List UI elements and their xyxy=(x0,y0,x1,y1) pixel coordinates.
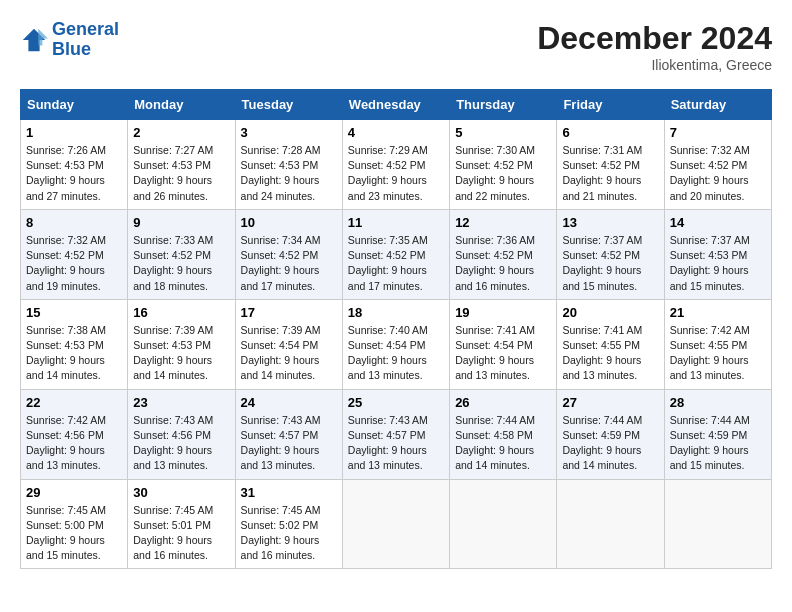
day-info: Sunrise: 7:44 AMSunset: 4:59 PMDaylight:… xyxy=(670,413,766,474)
day-cell: 21Sunrise: 7:42 AMSunset: 4:55 PMDayligh… xyxy=(664,299,771,389)
day-cell: 27Sunrise: 7:44 AMSunset: 4:59 PMDayligh… xyxy=(557,389,664,479)
day-number: 27 xyxy=(562,395,658,410)
day-cell: 13Sunrise: 7:37 AMSunset: 4:52 PMDayligh… xyxy=(557,209,664,299)
day-cell: 3Sunrise: 7:28 AMSunset: 4:53 PMDaylight… xyxy=(235,120,342,210)
day-cell: 30Sunrise: 7:45 AMSunset: 5:01 PMDayligh… xyxy=(128,479,235,569)
day-info: Sunrise: 7:42 AMSunset: 4:55 PMDaylight:… xyxy=(670,323,766,384)
day-info: Sunrise: 7:32 AMSunset: 4:52 PMDaylight:… xyxy=(26,233,122,294)
day-info: Sunrise: 7:45 AMSunset: 5:01 PMDaylight:… xyxy=(133,503,229,564)
day-number: 11 xyxy=(348,215,444,230)
day-number: 6 xyxy=(562,125,658,140)
day-info: Sunrise: 7:30 AMSunset: 4:52 PMDaylight:… xyxy=(455,143,551,204)
day-number: 12 xyxy=(455,215,551,230)
day-number: 24 xyxy=(241,395,337,410)
day-info: Sunrise: 7:43 AMSunset: 4:57 PMDaylight:… xyxy=(241,413,337,474)
day-number: 7 xyxy=(670,125,766,140)
day-cell: 29Sunrise: 7:45 AMSunset: 5:00 PMDayligh… xyxy=(21,479,128,569)
day-cell: 17Sunrise: 7:39 AMSunset: 4:54 PMDayligh… xyxy=(235,299,342,389)
day-cell: 5Sunrise: 7:30 AMSunset: 4:52 PMDaylight… xyxy=(450,120,557,210)
day-cell: 31Sunrise: 7:45 AMSunset: 5:02 PMDayligh… xyxy=(235,479,342,569)
day-info: Sunrise: 7:40 AMSunset: 4:54 PMDaylight:… xyxy=(348,323,444,384)
day-cell: 4Sunrise: 7:29 AMSunset: 4:52 PMDaylight… xyxy=(342,120,449,210)
day-info: Sunrise: 7:45 AMSunset: 5:00 PMDaylight:… xyxy=(26,503,122,564)
col-header-wednesday: Wednesday xyxy=(342,90,449,120)
day-cell xyxy=(557,479,664,569)
day-cell: 1Sunrise: 7:26 AMSunset: 4:53 PMDaylight… xyxy=(21,120,128,210)
day-number: 2 xyxy=(133,125,229,140)
day-number: 30 xyxy=(133,485,229,500)
day-number: 26 xyxy=(455,395,551,410)
day-number: 22 xyxy=(26,395,122,410)
day-cell: 15Sunrise: 7:38 AMSunset: 4:53 PMDayligh… xyxy=(21,299,128,389)
day-cell: 22Sunrise: 7:42 AMSunset: 4:56 PMDayligh… xyxy=(21,389,128,479)
day-info: Sunrise: 7:38 AMSunset: 4:53 PMDaylight:… xyxy=(26,323,122,384)
day-number: 10 xyxy=(241,215,337,230)
day-cell: 10Sunrise: 7:34 AMSunset: 4:52 PMDayligh… xyxy=(235,209,342,299)
day-number: 31 xyxy=(241,485,337,500)
day-info: Sunrise: 7:39 AMSunset: 4:53 PMDaylight:… xyxy=(133,323,229,384)
day-cell xyxy=(664,479,771,569)
day-number: 1 xyxy=(26,125,122,140)
day-info: Sunrise: 7:31 AMSunset: 4:52 PMDaylight:… xyxy=(562,143,658,204)
day-cell: 14Sunrise: 7:37 AMSunset: 4:53 PMDayligh… xyxy=(664,209,771,299)
day-cell: 26Sunrise: 7:44 AMSunset: 4:58 PMDayligh… xyxy=(450,389,557,479)
day-number: 25 xyxy=(348,395,444,410)
day-cell: 16Sunrise: 7:39 AMSunset: 4:53 PMDayligh… xyxy=(128,299,235,389)
day-info: Sunrise: 7:36 AMSunset: 4:52 PMDaylight:… xyxy=(455,233,551,294)
day-number: 16 xyxy=(133,305,229,320)
month-title: December 2024 xyxy=(537,20,772,57)
day-number: 20 xyxy=(562,305,658,320)
day-number: 9 xyxy=(133,215,229,230)
week-row: 22Sunrise: 7:42 AMSunset: 4:56 PMDayligh… xyxy=(21,389,772,479)
day-number: 15 xyxy=(26,305,122,320)
day-number: 5 xyxy=(455,125,551,140)
svg-marker-1 xyxy=(38,29,48,46)
day-cell: 23Sunrise: 7:43 AMSunset: 4:56 PMDayligh… xyxy=(128,389,235,479)
day-info: Sunrise: 7:42 AMSunset: 4:56 PMDaylight:… xyxy=(26,413,122,474)
day-cell: 8Sunrise: 7:32 AMSunset: 4:52 PMDaylight… xyxy=(21,209,128,299)
col-header-monday: Monday xyxy=(128,90,235,120)
day-number: 21 xyxy=(670,305,766,320)
week-row: 8Sunrise: 7:32 AMSunset: 4:52 PMDaylight… xyxy=(21,209,772,299)
col-header-saturday: Saturday xyxy=(664,90,771,120)
day-info: Sunrise: 7:39 AMSunset: 4:54 PMDaylight:… xyxy=(241,323,337,384)
location-subtitle: Iliokentima, Greece xyxy=(537,57,772,73)
logo-line2: Blue xyxy=(52,39,91,59)
day-number: 13 xyxy=(562,215,658,230)
week-row: 29Sunrise: 7:45 AMSunset: 5:00 PMDayligh… xyxy=(21,479,772,569)
day-number: 8 xyxy=(26,215,122,230)
col-header-friday: Friday xyxy=(557,90,664,120)
day-cell: 18Sunrise: 7:40 AMSunset: 4:54 PMDayligh… xyxy=(342,299,449,389)
day-cell: 24Sunrise: 7:43 AMSunset: 4:57 PMDayligh… xyxy=(235,389,342,479)
logo-icon xyxy=(20,26,48,54)
day-cell: 7Sunrise: 7:32 AMSunset: 4:52 PMDaylight… xyxy=(664,120,771,210)
day-info: Sunrise: 7:45 AMSunset: 5:02 PMDaylight:… xyxy=(241,503,337,564)
day-number: 4 xyxy=(348,125,444,140)
day-cell: 19Sunrise: 7:41 AMSunset: 4:54 PMDayligh… xyxy=(450,299,557,389)
day-cell: 20Sunrise: 7:41 AMSunset: 4:55 PMDayligh… xyxy=(557,299,664,389)
day-cell: 12Sunrise: 7:36 AMSunset: 4:52 PMDayligh… xyxy=(450,209,557,299)
col-header-tuesday: Tuesday xyxy=(235,90,342,120)
day-info: Sunrise: 7:32 AMSunset: 4:52 PMDaylight:… xyxy=(670,143,766,204)
day-info: Sunrise: 7:27 AMSunset: 4:53 PMDaylight:… xyxy=(133,143,229,204)
day-info: Sunrise: 7:43 AMSunset: 4:56 PMDaylight:… xyxy=(133,413,229,474)
day-info: Sunrise: 7:26 AMSunset: 4:53 PMDaylight:… xyxy=(26,143,122,204)
day-info: Sunrise: 7:44 AMSunset: 4:59 PMDaylight:… xyxy=(562,413,658,474)
day-number: 14 xyxy=(670,215,766,230)
header-row: SundayMondayTuesdayWednesdayThursdayFrid… xyxy=(21,90,772,120)
day-number: 19 xyxy=(455,305,551,320)
day-cell xyxy=(450,479,557,569)
day-info: Sunrise: 7:37 AMSunset: 4:52 PMDaylight:… xyxy=(562,233,658,294)
day-info: Sunrise: 7:43 AMSunset: 4:57 PMDaylight:… xyxy=(348,413,444,474)
day-number: 28 xyxy=(670,395,766,410)
calendar-table: SundayMondayTuesdayWednesdayThursdayFrid… xyxy=(20,89,772,569)
day-info: Sunrise: 7:28 AMSunset: 4:53 PMDaylight:… xyxy=(241,143,337,204)
day-cell xyxy=(342,479,449,569)
day-number: 3 xyxy=(241,125,337,140)
day-number: 29 xyxy=(26,485,122,500)
day-cell: 6Sunrise: 7:31 AMSunset: 4:52 PMDaylight… xyxy=(557,120,664,210)
day-cell: 28Sunrise: 7:44 AMSunset: 4:59 PMDayligh… xyxy=(664,389,771,479)
day-cell: 2Sunrise: 7:27 AMSunset: 4:53 PMDaylight… xyxy=(128,120,235,210)
col-header-sunday: Sunday xyxy=(21,90,128,120)
day-number: 17 xyxy=(241,305,337,320)
